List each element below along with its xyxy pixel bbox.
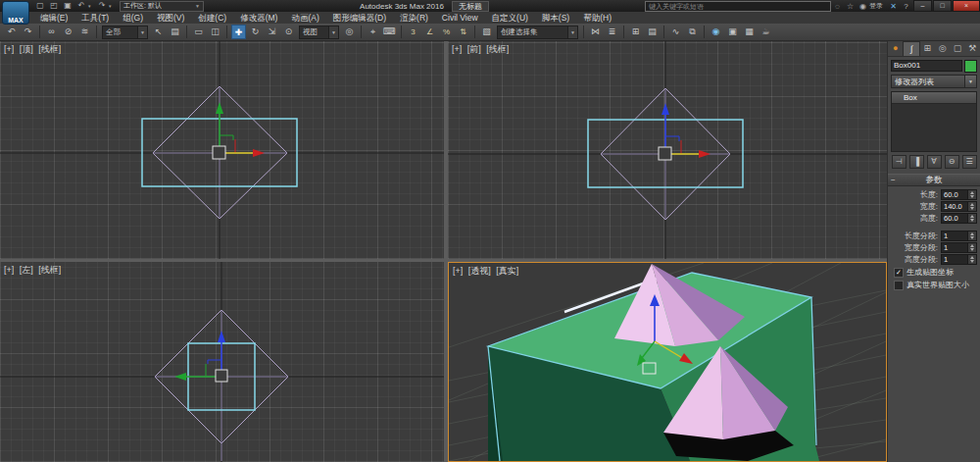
viewport-menu-plus[interactable]: [+] bbox=[4, 265, 14, 275]
rectangular-selection-region-button[interactable]: ▭ bbox=[191, 25, 206, 39]
object-name-field[interactable]: Box001 bbox=[891, 60, 962, 72]
menu-create[interactable]: 创建(C) bbox=[191, 12, 233, 24]
exchange-icon[interactable]: ✕ bbox=[887, 2, 900, 11]
width-segs-field[interactable]: 1 bbox=[941, 242, 977, 253]
configure-modifier-sets-button[interactable]: ☰ bbox=[962, 155, 977, 169]
viewport-menu-shading[interactable]: [线框] bbox=[486, 44, 509, 54]
window-crossing-button[interactable]: ◫ bbox=[208, 25, 222, 39]
length-spinner[interactable] bbox=[967, 190, 976, 199]
menu-scripting[interactable]: 脚本(S) bbox=[535, 12, 576, 24]
select-and-place-button[interactable]: ⊙ bbox=[281, 25, 296, 39]
height-field[interactable]: 60.0 bbox=[941, 213, 977, 224]
generate-mapping-coords-checkbox[interactable]: ✓ bbox=[894, 268, 904, 278]
height-segs-field[interactable]: 1 bbox=[941, 254, 977, 265]
object-color-swatch[interactable] bbox=[964, 60, 977, 73]
open-file-button[interactable]: ◰ bbox=[47, 1, 61, 11]
length-segs-field[interactable]: 1 bbox=[941, 231, 977, 241]
width-segs-spinner[interactable] bbox=[967, 243, 976, 252]
viewport-menu-view[interactable]: [左] bbox=[20, 265, 33, 275]
menu-customize[interactable]: 自定义(U) bbox=[485, 12, 535, 24]
select-and-rotate-button[interactable]: ↻ bbox=[248, 25, 263, 39]
length-field[interactable]: 60.0 bbox=[941, 189, 977, 200]
tab-modify[interactable]: ∫ bbox=[903, 41, 919, 56]
transform-gizmo[interactable] bbox=[659, 103, 710, 160]
help-icon[interactable]: ? bbox=[900, 2, 912, 11]
show-end-result-button[interactable]: ▐ bbox=[909, 155, 924, 169]
save-file-button[interactable]: ▣ bbox=[61, 1, 74, 11]
rollout-collapse-icon[interactable]: − bbox=[891, 176, 896, 184]
viewport-menu-plus[interactable]: [+] bbox=[453, 266, 463, 276]
width-field[interactable]: 140.0 bbox=[941, 201, 977, 212]
user-icon[interactable]: ◉ bbox=[857, 2, 869, 11]
snap-toggle-3d-button[interactable]: 3 bbox=[406, 25, 420, 39]
transform-gizmo[interactable] bbox=[213, 102, 265, 159]
edit-named-selection-sets-button[interactable]: ▧ bbox=[479, 25, 494, 39]
search-input[interactable]: 键入关键字或短语 bbox=[645, 1, 831, 12]
close-button[interactable]: × bbox=[953, 0, 980, 12]
viewport-left[interactable]: [+] [左] [线框] bbox=[0, 262, 444, 462]
viewport-menu-shading[interactable]: [线框] bbox=[38, 44, 61, 54]
spinner-snap-button[interactable]: ⇅ bbox=[456, 25, 470, 39]
menu-rendering[interactable]: 渲染(R) bbox=[393, 12, 435, 24]
menu-graph-editors[interactable]: 图形编辑器(D) bbox=[326, 12, 393, 24]
length-segs-spinner[interactable] bbox=[967, 231, 976, 240]
menu-animation[interactable]: 动画(A) bbox=[284, 12, 325, 24]
undo-history-arrow[interactable]: ▾ bbox=[88, 3, 95, 9]
star-icon[interactable]: ☆ bbox=[844, 2, 857, 11]
viewport-top[interactable]: [+] [顶] [线框] bbox=[0, 41, 444, 259]
select-and-link-button[interactable]: ∞ bbox=[44, 25, 59, 39]
remove-modifier-button[interactable]: ⊖ bbox=[945, 155, 959, 169]
max-logo[interactable]: MAX bbox=[2, 1, 29, 25]
viewport-menu-view[interactable]: [前] bbox=[467, 44, 481, 54]
viewport-perspective[interactable]: [+] [透视] [真实] bbox=[448, 262, 887, 462]
workspace-select[interactable]: 工作区: 默认 ▼ bbox=[120, 1, 204, 12]
menu-civil-view[interactable]: Civil View bbox=[435, 12, 485, 24]
select-by-name-button[interactable]: ▤ bbox=[168, 25, 182, 39]
align-button[interactable]: ≣ bbox=[605, 25, 619, 39]
width-spinner[interactable] bbox=[967, 202, 976, 211]
curve-editor-button[interactable]: ∿ bbox=[668, 25, 683, 39]
restore-button[interactable]: □ bbox=[933, 0, 952, 12]
real-world-map-size-checkbox[interactable] bbox=[894, 281, 904, 290]
viewport-menu-view[interactable]: [顶] bbox=[20, 44, 33, 54]
make-unique-button[interactable]: ∀ bbox=[927, 155, 942, 169]
parameters-rollout-header[interactable]: − 参数 bbox=[888, 174, 980, 186]
menu-modifiers[interactable]: 修改器(M) bbox=[233, 12, 284, 24]
tab-create[interactable]: ● bbox=[888, 41, 903, 56]
unlink-selection-button[interactable]: ⊘ bbox=[61, 25, 75, 39]
redo-button[interactable]: ↷ bbox=[21, 25, 35, 39]
redo-quick-button[interactable]: ↷ bbox=[95, 1, 109, 11]
rendered-frame-window-button[interactable]: ▦ bbox=[742, 25, 757, 39]
height-spinner[interactable] bbox=[967, 214, 976, 223]
tab-utilities[interactable]: ⚒ bbox=[965, 41, 980, 56]
redo-history-arrow[interactable]: ▾ bbox=[109, 3, 116, 9]
viewport-menu-plus[interactable]: [+] bbox=[4, 44, 14, 54]
modifier-stack[interactable]: Box bbox=[891, 91, 977, 152]
select-and-move-button[interactable]: ✚ bbox=[231, 25, 246, 39]
menu-tools[interactable]: 工具(T) bbox=[74, 12, 116, 24]
mirror-button[interactable]: ⋈ bbox=[588, 25, 603, 39]
angle-snap-button[interactable]: ∠ bbox=[422, 25, 437, 39]
undo-quick-button[interactable]: ↶ bbox=[74, 1, 88, 11]
viewport-front[interactable]: [+] [前] [线框] bbox=[448, 41, 887, 259]
modifier-list-select[interactable]: 修改器列表 ▼ bbox=[891, 75, 977, 88]
reference-coordinate-system-select[interactable]: 视图 ▼ bbox=[299, 26, 339, 39]
render-production-button[interactable]: ☕ bbox=[759, 25, 773, 39]
selection-filter-select[interactable]: 全部 ▼ bbox=[102, 26, 148, 39]
menu-edit[interactable]: 编辑(E) bbox=[33, 12, 74, 24]
tab-motion[interactable]: ◎ bbox=[935, 41, 950, 56]
viewport-menu-shading[interactable]: [真实] bbox=[496, 266, 518, 276]
tab-display[interactable]: ▢ bbox=[950, 41, 964, 56]
tab-hierarchy[interactable]: ⊞ bbox=[920, 41, 935, 56]
schematic-view-button[interactable]: ⧉ bbox=[685, 25, 700, 39]
percent-snap-button[interactable]: % bbox=[439, 25, 454, 39]
search-icon[interactable]: ◌ bbox=[831, 2, 844, 11]
ribbon-toggle-button[interactable]: ▤ bbox=[645, 25, 660, 39]
pin-stack-button[interactable]: ⊣ bbox=[892, 155, 906, 169]
transform-gizmo[interactable] bbox=[174, 331, 227, 382]
layer-explorer-button[interactable]: ⊞ bbox=[628, 25, 643, 39]
select-and-scale-button[interactable]: ⇲ bbox=[265, 25, 279, 39]
stack-item-box[interactable]: Box bbox=[892, 92, 976, 104]
sign-in-link[interactable]: 登录 bbox=[869, 1, 883, 11]
new-scene-button[interactable]: ▢ bbox=[33, 1, 47, 11]
